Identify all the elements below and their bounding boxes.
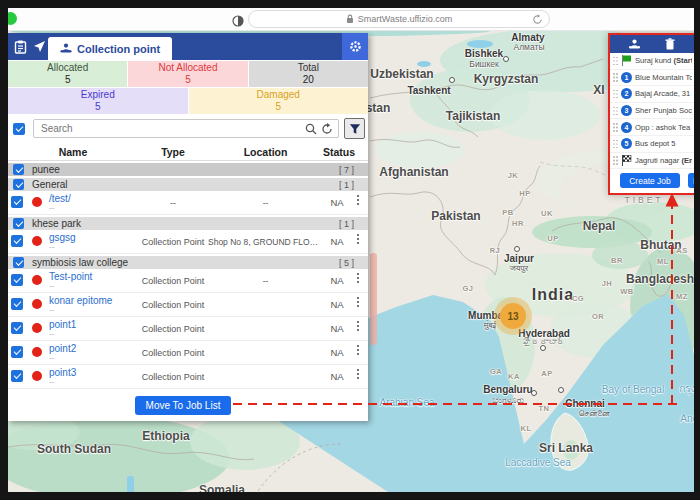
table-row[interactable]: point1--Collection PointNA [8, 317, 368, 341]
search-input[interactable] [39, 122, 301, 135]
assign-group-icon[interactable] [628, 39, 641, 50]
point-link[interactable]: point3 [49, 367, 76, 378]
select-all-checkbox[interactable] [13, 123, 25, 135]
search-icon[interactable] [305, 123, 317, 135]
row-checkbox[interactable] [11, 196, 23, 208]
group-row[interactable]: khese park[ 1 ] [8, 217, 368, 230]
stop-label: Opp : ashok Tea Ho... [635, 123, 692, 132]
map-cluster-marker[interactable]: 13 [500, 303, 526, 329]
point-link[interactable]: point1 [49, 319, 76, 330]
window-control-green[interactable] [8, 12, 17, 25]
row-location: -- [208, 276, 323, 286]
column-header-type[interactable]: Type [138, 146, 208, 158]
map-label: stan [366, 101, 391, 115]
start-flag-icon [621, 55, 632, 66]
stats-row-2: Expired5Damaged5 [8, 88, 368, 114]
point-sub: -- [49, 306, 112, 315]
drag-handle-icon[interactable] [612, 89, 618, 99]
map-label: South Sudan [37, 442, 111, 456]
settings-button[interactable] [342, 33, 368, 60]
job-stop-row[interactable]: 3Sher Punjab Socie... [610, 103, 694, 120]
map-label: Anda [680, 413, 694, 424]
row-name-cell: gsgsg-- [8, 232, 138, 252]
filter-button[interactable] [344, 118, 365, 139]
map-label: BR [611, 256, 623, 265]
row-checkbox[interactable] [11, 346, 23, 358]
row-name: Test-point-- [49, 271, 92, 291]
map-label: Sri Lanka [539, 441, 593, 455]
delete-icon[interactable] [665, 38, 675, 50]
map-label: Bengaluru [483, 384, 532, 395]
stat-allocated: Allocated5 [8, 61, 127, 87]
row-checkbox[interactable] [13, 257, 24, 268]
row-checkbox[interactable] [13, 218, 24, 229]
point-sub: -- [49, 243, 76, 252]
row-type: Collection Point [138, 324, 208, 334]
drag-handle-icon[interactable] [612, 122, 618, 132]
table-row[interactable]: point2--Collection PointNA [8, 341, 368, 365]
row-checkbox[interactable] [11, 322, 23, 334]
point-link[interactable]: konar epitome [49, 295, 112, 306]
job-stop-row[interactable]: 2Bajaj Arcade, 31 U... [610, 86, 694, 103]
stat-value: 5 [275, 101, 281, 113]
table-row[interactable]: konar epitome--Collection PointNA [8, 293, 368, 317]
column-header-location[interactable]: Location [208, 146, 323, 158]
group-row[interactable]: symbiosis law college[ 5 ] [8, 256, 368, 269]
row-checkbox[interactable] [13, 164, 24, 175]
map-label: AS [676, 246, 687, 255]
row-checkbox[interactable] [13, 179, 24, 190]
navigation-icon[interactable] [33, 40, 46, 55]
create-job-button[interactable]: Create Job [620, 173, 680, 188]
row-status: NA [323, 347, 351, 358]
row-checkbox[interactable] [11, 298, 23, 310]
move-to-job-list-button[interactable]: Move To Job List [135, 396, 231, 415]
drag-handle-icon[interactable] [612, 139, 618, 149]
shield-toggle-icon[interactable] [232, 13, 244, 25]
row-checkbox[interactable] [11, 370, 23, 382]
job-stop-row[interactable]: Jagruti nagar (End) [610, 153, 694, 170]
joblist-icon[interactable] [14, 40, 27, 56]
column-header-status[interactable]: Status [323, 146, 351, 158]
map-label: Kyrgyzstan [474, 72, 539, 86]
map-label: HP [519, 189, 530, 198]
drag-handle-icon[interactable] [612, 56, 618, 66]
table-row[interactable]: Test-point--Collection Point--NA [8, 269, 368, 293]
job-stop-row[interactable]: 5Bus depot 5 [610, 136, 694, 153]
gear-icon [349, 40, 362, 53]
reload-icon[interactable] [532, 14, 543, 27]
point-link[interactable]: Test-point [49, 271, 92, 282]
row-checkbox[interactable] [11, 235, 23, 247]
table-row[interactable]: point3--Collection PointNA [8, 365, 368, 389]
drag-handle-icon[interactable] [612, 155, 618, 165]
group-count: [ 5 ] [339, 258, 368, 268]
refresh-icon[interactable] [321, 123, 333, 135]
job-stop-row[interactable]: Suraj kund (Start) [610, 53, 694, 70]
point-link[interactable]: gsgsg [49, 232, 76, 243]
point-link[interactable]: point2 [49, 343, 76, 354]
table-row[interactable]: gsgsg--Collection PointShop No 8, GROUND… [8, 230, 368, 254]
map-label: GA [490, 367, 502, 376]
stat-not-allocated: Not Allocated5 [128, 61, 247, 87]
job-stop-row[interactable]: 1Blue Mountain To... [610, 70, 694, 87]
group-row[interactable]: punee[ 7 ] [8, 163, 368, 176]
job-buttons-row: Create Job R [610, 169, 694, 191]
point-link[interactable]: /test/ [49, 193, 71, 204]
address-bar[interactable]: SmartWaste.uffizio.com [248, 10, 550, 28]
table-row[interactable]: /test/------NA [8, 191, 368, 215]
collection-point-table: punee[ 7 ]General[ 1 ]/test/------NAkhes… [8, 163, 368, 389]
job-stop-row[interactable]: 4Opp : ashok Tea Ho... [610, 119, 694, 136]
city-dot-icon [558, 387, 564, 393]
point-sub: -- [49, 204, 71, 213]
status-dot-icon [32, 236, 42, 246]
row-checkbox[interactable] [11, 274, 23, 286]
column-header-name[interactable]: Name [8, 146, 138, 158]
kebab-icon [357, 345, 359, 347]
kebab-icon [357, 195, 359, 197]
map-label: Bishkek [465, 48, 503, 59]
tab-collection-point[interactable]: Collection point [48, 37, 172, 60]
stop-label: Bajaj Arcade, 31 U... [635, 89, 692, 98]
drag-handle-icon[interactable] [612, 72, 618, 82]
drag-handle-icon[interactable] [612, 106, 618, 116]
secondary-job-button[interactable]: R [688, 173, 694, 188]
group-row[interactable]: General[ 1 ] [8, 178, 368, 191]
